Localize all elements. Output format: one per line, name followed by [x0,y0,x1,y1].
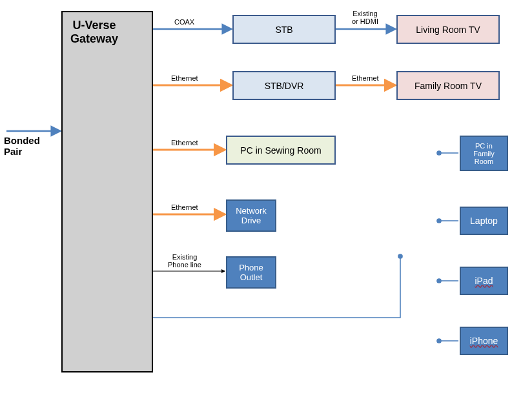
stb-dvr-label: STB/DVR [265,81,304,91]
phoneline-label: Existing Phone line [168,253,201,269]
pc-sewing-room-label: PC in Sewing Room [240,145,321,156]
stb-dvr-box: STB/DVR [232,71,336,100]
iphone: iPhone [460,327,508,355]
gateway-label: U-Verse Gateway [70,19,118,46]
stb-box: STB [232,15,336,44]
iphone-label: iPhone [470,336,498,346]
phone-outlet: Phone Outlet [226,256,276,289]
living-room-tv: Living Room TV [396,15,500,44]
coax-label: COAX [174,18,194,26]
eth-stbdvr-label: Ethernet [171,74,198,82]
pc-sewing-room: PC in Sewing Room [226,136,336,165]
laptop-label: Laptop [470,216,498,226]
pc-family-room-label: PC in Family Room [473,142,494,165]
family-room-tv: Family Room TV [396,71,500,100]
ipad-label: iPad [475,276,493,286]
stb-label: STB [275,25,292,35]
pc-family-room: PC in Family Room [460,136,508,171]
ipad: iPad [460,267,508,295]
eth-sewing-label: Ethernet [171,139,198,147]
network-drive: Network Drive [226,199,276,232]
eth-netdrive-label: Ethernet [171,203,198,211]
laptop: Laptop [460,207,508,235]
family-room-tv-label: Family Room TV [414,81,482,91]
network-drive-label: Network Drive [236,206,267,225]
uverse-gateway: U-Verse Gateway [61,11,153,372]
living-room-tv-label: Living Room TV [416,25,480,35]
phone-outlet-label: Phone Outlet [239,263,263,282]
eth-familytv-label: Ethernet [352,74,379,82]
hdmi-label: Existing or HDMI [352,10,378,25]
bonded-pair-label: Bonded Pair [4,135,56,157]
